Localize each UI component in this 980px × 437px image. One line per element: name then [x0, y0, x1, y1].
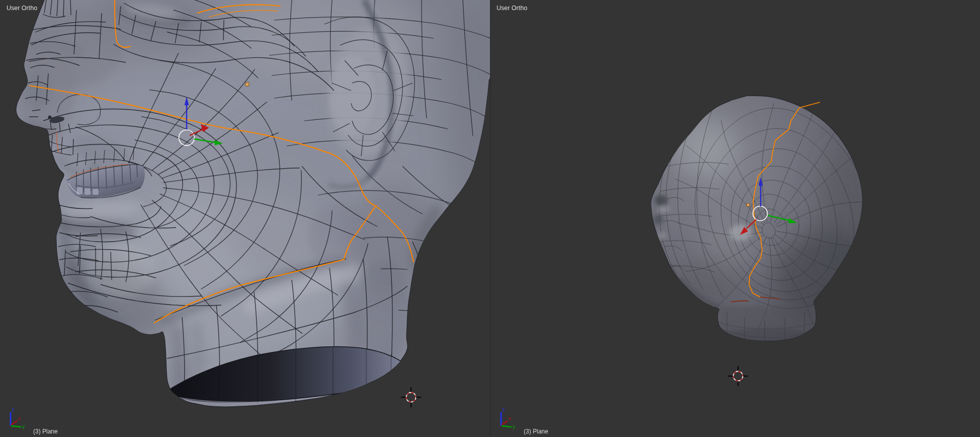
svg-text:z: z [502, 407, 505, 412]
svg-text:y: y [22, 424, 25, 429]
svg-text:x: x [509, 416, 511, 421]
svg-text:y: y [513, 424, 515, 429]
svg-text:(3) Plane: (3) Plane [33, 428, 58, 435]
svg-text:User Ortho: User Ortho [497, 5, 527, 12]
svg-text:x: x [18, 416, 21, 421]
svg-text:(3) Plane: (3) Plane [524, 428, 548, 435]
svg-text:User Ortho: User Ortho [7, 5, 37, 12]
svg-text:z: z [12, 407, 14, 412]
